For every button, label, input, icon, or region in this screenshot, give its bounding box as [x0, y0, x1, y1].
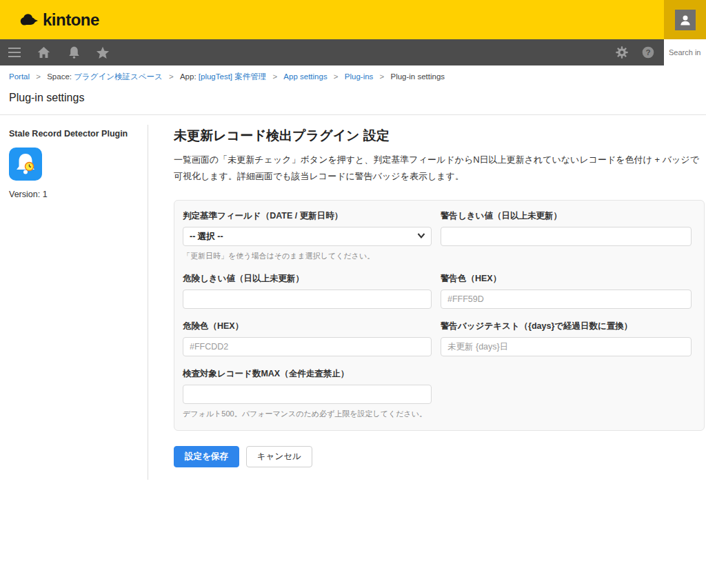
breadcrumb-app-settings[interactable]: App settings: [283, 72, 327, 81]
breadcrumb-portal[interactable]: Portal: [9, 72, 30, 81]
breadcrumb-separator: >: [334, 72, 339, 81]
top-header: kintone: [0, 0, 706, 39]
plugin-version: Version: 1: [9, 190, 148, 199]
plugin-settings-main: 未更新レコード検出プラグイン 設定 一覧画面の「未更新チェック」ボタンを押すと、…: [148, 115, 706, 467]
badge-text-label: 警告バッジテキスト（{days}で経過日数に置換）: [441, 321, 692, 332]
navbar-right-icons: ?: [614, 39, 664, 65]
user-menu-button[interactable]: [664, 0, 706, 39]
form-actions: 設定を保存 キャンセル: [174, 446, 699, 467]
avatar: [675, 10, 696, 30]
user-icon: [678, 13, 692, 27]
breadcrumb-current: Plug-in settings: [390, 72, 445, 81]
brand-text: kintone: [43, 10, 99, 30]
field-badge-text: 警告バッジテキスト（{days}で経過日数に置換）: [441, 321, 692, 356]
judge-field-select[interactable]: -- 選択 --: [183, 227, 432, 246]
svg-text:?: ?: [645, 48, 650, 57]
judge-field-select-wrap: -- 選択 --: [183, 227, 432, 246]
settings-heading: 未更新レコード検出プラグイン 設定: [174, 127, 699, 145]
danger-threshold-label: 危険しきい値（日以上未更新）: [183, 273, 432, 285]
breadcrumb-separator: >: [272, 72, 277, 81]
breadcrumb-app-prefix: App:: [180, 72, 199, 81]
breadcrumb: Portal > Space: プラグイン検証スペース > App: [plug…: [0, 65, 706, 82]
help-icon[interactable]: ?: [641, 45, 656, 60]
badge-text-input[interactable]: [441, 337, 692, 356]
danger-color-label: 危険色（HEX）: [183, 321, 432, 332]
breadcrumb-space[interactable]: プラグイン検証スペース: [74, 72, 163, 81]
warn-color-label: 警告色（HEX）: [441, 273, 692, 285]
danger-threshold-input[interactable]: [183, 290, 432, 309]
field-judge-field: 判定基準フィールド（DATE / 更新日時） -- 選択 -- 「更新日時」を使…: [183, 210, 432, 261]
breadcrumb-plugins[interactable]: Plug-ins: [345, 72, 374, 81]
settings-form-panel: 判定基準フィールド（DATE / 更新日時） -- 選択 -- 「更新日時」を使…: [174, 200, 705, 431]
hamburger-menu-icon[interactable]: [7, 45, 22, 60]
empty-cell: [441, 368, 692, 419]
plugin-name: Stale Record Detector Plugin: [9, 129, 148, 139]
search-input[interactable]: [664, 39, 706, 65]
breadcrumb-app[interactable]: [plugTest] 案件管理: [199, 72, 266, 81]
breadcrumb-separator: >: [380, 72, 385, 81]
cancel-button[interactable]: キャンセル: [246, 446, 312, 467]
field-warn-color: 警告色（HEX）: [441, 273, 692, 309]
save-button[interactable]: 設定を保存: [174, 446, 239, 467]
kintone-cloud-icon: [19, 11, 39, 29]
settings-form-grid: 判定基準フィールド（DATE / 更新日時） -- 選択 -- 「更新日時」を使…: [183, 210, 696, 419]
max-records-input[interactable]: [183, 385, 432, 404]
breadcrumb-separator: >: [36, 72, 41, 81]
judge-field-label: 判定基準フィールド（DATE / 更新日時）: [183, 210, 432, 222]
navbar: ?: [0, 39, 706, 65]
page-title: Plug-in settings: [9, 92, 706, 104]
bell-clock-icon: [9, 148, 42, 181]
settings-description: 一覧画面の「未更新チェック」ボタンを押すと、判定基準フィールドからN日以上更新さ…: [174, 152, 699, 185]
kintone-window: kintone: [0, 0, 706, 588]
max-records-label: 検査対象レコード数MAX（全件走査禁止）: [183, 368, 432, 380]
field-warn-threshold: 警告しきい値（日以上未更新）: [441, 210, 692, 261]
home-icon[interactable]: [36, 45, 51, 60]
field-max-records: 検査対象レコード数MAX（全件走査禁止） デフォルト500。パフォーマンスのため…: [183, 368, 432, 419]
warn-threshold-input[interactable]: [441, 227, 692, 246]
breadcrumb-space-prefix: Space:: [47, 72, 74, 81]
gear-icon[interactable]: [614, 45, 629, 60]
content-area: Stale Record Detector Plugin Version: 1 …: [0, 115, 706, 480]
field-danger-color: 危険色（HEX）: [183, 321, 432, 356]
kintone-logo[interactable]: kintone: [19, 10, 99, 30]
field-danger-threshold: 危険しきい値（日以上未更新）: [183, 273, 432, 309]
warn-threshold-label: 警告しきい値（日以上未更新）: [441, 210, 692, 222]
breadcrumb-separator: >: [169, 72, 174, 81]
danger-color-input[interactable]: [183, 337, 432, 356]
bell-icon[interactable]: [66, 45, 81, 60]
plugin-sidebar: Stale Record Detector Plugin Version: 1: [0, 115, 148, 199]
judge-field-helper: 「更新日時」を使う場合はそのまま選択してください。: [183, 251, 432, 261]
star-icon[interactable]: [95, 45, 110, 60]
warn-color-input[interactable]: [441, 290, 692, 309]
max-records-helper: デフォルト500。パフォーマンスのため必ず上限を設定してください。: [183, 409, 432, 419]
